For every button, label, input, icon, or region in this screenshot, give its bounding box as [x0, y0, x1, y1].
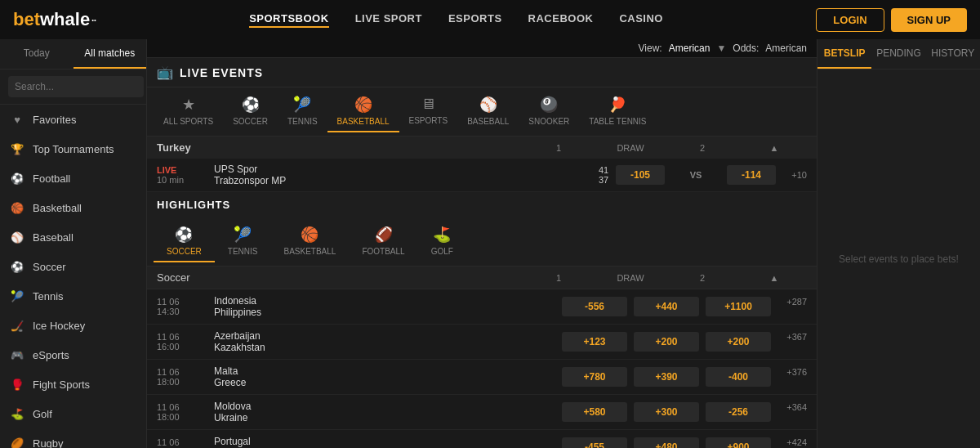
- sport-tab-esports[interactable]: 🖥 ESPORTS: [399, 91, 458, 132]
- event-more-2[interactable]: +376: [777, 367, 807, 387]
- event-team1-4: Portugal: [214, 436, 562, 447]
- tennis-icon: 🎾: [10, 289, 24, 303]
- match-teams: UPS Spor Trabzonspor MP: [214, 164, 591, 186]
- event-date-4: 11 06: [157, 437, 214, 447]
- sport-tab-table-tennis-label: TABLE TENNIS: [589, 117, 646, 126]
- table-tennis-tab-icon: 🏓: [608, 96, 626, 114]
- odd2-button[interactable]: -114: [727, 165, 776, 185]
- event-team1-0: Indonesia: [214, 295, 562, 307]
- table-collapse-icon[interactable]: ▲: [742, 273, 807, 283]
- turkey-section-title: Turkey: [157, 141, 191, 154]
- sidebar-item-esports[interactable]: 🎮 eSports: [0, 340, 146, 370]
- sidebar-item-baseball[interactable]: ⚾ Baseball: [0, 222, 146, 252]
- highlight-tab-soccer-label: SOCCER: [167, 247, 202, 256]
- event-odd2-3[interactable]: -256: [706, 402, 771, 422]
- highlight-tab-basketball-label: BASKETBALL: [283, 247, 336, 256]
- sidebar-item-football[interactable]: ⚽ Football: [0, 164, 146, 193]
- highlight-tab-tennis[interactable]: 🎾 TENNIS: [215, 221, 271, 262]
- event-teams-3: Moldova Ukraine: [214, 401, 562, 423]
- collapse-icon[interactable]: ▲: [742, 143, 807, 153]
- event-row-3: 11 06 18:00 Moldova Ukraine +580 +300 -2…: [147, 395, 817, 430]
- event-row-1: 11 06 16:00 Azerbaijan Kazakhstan +123 +…: [147, 325, 817, 360]
- search-input[interactable]: [8, 76, 144, 97]
- event-team1-3: Moldova: [214, 401, 562, 412]
- event-more-0[interactable]: +287: [777, 297, 807, 316]
- sport-tab-snooker[interactable]: 🎱 SNOOKER: [519, 91, 579, 132]
- event-teams-4: Portugal Ireland Republic: [214, 436, 562, 448]
- event-odd2-4[interactable]: +900: [706, 437, 771, 448]
- highlight-tab-football[interactable]: 🏈 FOOTBALL: [349, 221, 417, 262]
- nav-racebook[interactable]: RACEBOOK: [528, 12, 594, 28]
- sport-tab-soccer[interactable]: ⚽ SOCCER: [223, 91, 278, 132]
- nav-casino[interactable]: CASINO: [619, 12, 663, 28]
- highlight-tab-golf[interactable]: ⛳ GOLF: [418, 221, 466, 262]
- right-panel: BETSLIP PENDING HISTORY Select events to…: [817, 39, 980, 448]
- sidebar-item-soccer[interactable]: ⚽ Soccer: [0, 252, 146, 281]
- event-odd2-0[interactable]: +1100: [706, 297, 771, 316]
- chevron-down-icon: ▼: [716, 43, 726, 54]
- sidebar-label-favorites: Favorites: [33, 114, 76, 126]
- history-tab[interactable]: HISTORY: [926, 39, 980, 69]
- sidebar-item-favorites[interactable]: ♥ Favorites: [0, 105, 146, 134]
- sport-tab-all-label: ALL SPORTS: [163, 117, 213, 126]
- event-time-0: 11 06 14:30: [157, 297, 214, 316]
- event-odd1-1[interactable]: +123: [562, 332, 627, 352]
- sport-tab-all[interactable]: ★ ALL SPORTS: [154, 91, 223, 132]
- betslip-tab[interactable]: BETSLIP: [817, 39, 871, 69]
- highlight-tab-soccer[interactable]: ⚽ SOCCER: [154, 221, 215, 262]
- sidebar-label-esports: eSports: [33, 349, 69, 361]
- pending-tab[interactable]: PENDING: [871, 39, 925, 69]
- view-value[interactable]: American: [669, 43, 710, 54]
- event-team1-2: Malta: [214, 365, 562, 377]
- sport-tab-table-tennis[interactable]: 🏓 TABLE TENNIS: [579, 91, 656, 132]
- sidebar-label-ice-hockey: Ice Hockey: [33, 320, 85, 332]
- nav-livesport[interactable]: LIVE SPORT: [355, 12, 422, 28]
- event-odd1-4[interactable]: -455: [562, 437, 627, 448]
- sport-tab-tennis[interactable]: 🎾 TENNIS: [278, 91, 327, 132]
- event-more-1[interactable]: +367: [777, 332, 807, 352]
- sidebar-date-tabs: Today All matches: [0, 39, 146, 69]
- event-odd-draw-3[interactable]: +300: [634, 402, 699, 422]
- tab-all-matches[interactable]: All matches: [74, 39, 147, 69]
- event-odd2-1[interactable]: +200: [706, 332, 771, 352]
- nav-esports[interactable]: ESPORTS: [448, 12, 502, 28]
- event-more-3[interactable]: +364: [777, 402, 807, 422]
- esports-icon: 🎮: [10, 347, 24, 362]
- sport-tab-baseball[interactable]: ⚾ BASEBALL: [457, 91, 519, 132]
- event-odd-draw-2[interactable]: +390: [634, 367, 699, 387]
- event-odd-draw-1[interactable]: +200: [634, 332, 699, 352]
- sidebar-item-top-tournaments[interactable]: 🏆 Top Tournaments: [0, 134, 146, 164]
- more-odds[interactable]: +10: [782, 170, 807, 180]
- event-odd1-2[interactable]: +780: [562, 367, 627, 387]
- event-odd-draw-4[interactable]: +480: [634, 437, 699, 448]
- sidebar-item-tennis[interactable]: 🎾 Tennis: [0, 281, 146, 311]
- signup-button[interactable]: SIGN UP: [891, 8, 967, 32]
- odds-value: American: [765, 43, 807, 54]
- sidebar-item-rugby[interactable]: 🏉 Rugby: [0, 428, 146, 448]
- sidebar-label-football: Football: [33, 172, 70, 185]
- team2-name: Trabzonspor MP: [214, 175, 591, 186]
- sport-tab-basketball[interactable]: 🏀 BASKETBALL: [327, 91, 399, 132]
- sidebar-label-top-tournaments: Top Tournaments: [33, 143, 114, 155]
- event-time-2: 11 06 18:00: [157, 367, 214, 387]
- sidebar-item-fight-sports[interactable]: 🥊 Fight Sports: [0, 370, 146, 399]
- live-match-row: LIVE 10 min UPS Spor Trabzonspor MP 41 3…: [147, 159, 817, 192]
- event-more-4[interactable]: +424: [777, 437, 807, 448]
- sidebar-label-tennis: Tennis: [33, 290, 64, 302]
- event-odd-draw-0[interactable]: +440: [634, 297, 699, 316]
- event-odd1-3[interactable]: +580: [562, 402, 627, 422]
- highlight-tab-basketball[interactable]: 🏀 BASKETBALL: [270, 221, 349, 262]
- nav-sportsbook[interactable]: SPORTSBOOK: [249, 12, 328, 28]
- sidebar-item-basketball[interactable]: 🏀 Basketball: [0, 193, 146, 222]
- event-odd2-2[interactable]: -400: [706, 367, 771, 387]
- sidebar-item-ice-hockey[interactable]: 🏒 Ice Hockey: [0, 311, 146, 340]
- odd1-button[interactable]: -105: [616, 165, 665, 185]
- sidebar-item-golf[interactable]: ⛳ Golf: [0, 399, 146, 428]
- highlight-golf-icon: ⛳: [433, 226, 451, 244]
- sport-tab-esports-label: ESPORTS: [409, 116, 448, 125]
- event-date-0: 11 06: [157, 297, 214, 307]
- login-button[interactable]: LOGIN: [816, 8, 884, 32]
- event-odd1-0[interactable]: -556: [562, 297, 627, 316]
- basketball-icon: 🏀: [10, 200, 24, 215]
- tab-today[interactable]: Today: [0, 39, 74, 69]
